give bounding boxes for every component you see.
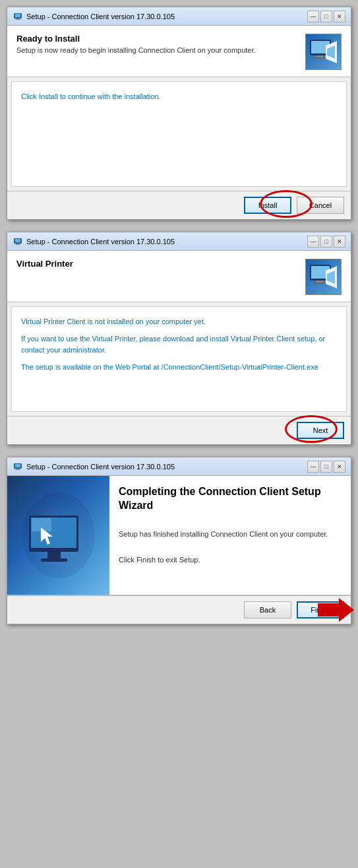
window2-title: Setup - Connection Client version 17.30.… [26, 238, 175, 246]
titlebar-controls-2: — □ ✕ [307, 236, 345, 248]
window3-titlebar: Setup - Connection Client version 17.30.… [7, 457, 351, 476]
window1-frame: Setup - Connection Client version 17.30.… [7, 7, 351, 220]
window3-body2: Click Finish to exit Setup. [119, 554, 342, 566]
window2-header: Virtual Printer [7, 251, 351, 302]
svg-rect-1 [15, 14, 20, 17]
titlebar-controls-3: — □ ✕ [307, 461, 345, 473]
titlebar-controls: — □ ✕ [307, 11, 345, 22]
svg-rect-29 [41, 558, 67, 562]
titlebar-left-2: Setup - Connection Client version 17.30.… [13, 236, 175, 247]
window1-install-text: Click Install to continue with the insta… [21, 92, 161, 100]
header-text: Ready to Install Setup is now ready to b… [16, 34, 256, 55]
svg-rect-23 [15, 469, 20, 470]
cancel-button[interactable]: Cancel [297, 197, 344, 214]
window3-header: Completing the Connection Client Setup W… [7, 476, 351, 595]
window3-header-title: Completing the Connection Client Setup W… [119, 485, 342, 513]
window3-text-area: Completing the Connection Client Setup W… [109, 476, 351, 595]
close-btn-3[interactable]: ✕ [334, 461, 345, 473]
window3: Setup - Connection Client version 17.30.… [7, 457, 351, 624]
maximize-btn[interactable]: □ [320, 11, 332, 22]
window2-divider [7, 302, 351, 302]
svg-rect-17 [314, 283, 326, 284]
window1-content: Click Install to continue with the insta… [11, 81, 347, 187]
minimize-btn-3[interactable]: — [307, 461, 319, 473]
app-icon-2 [13, 236, 23, 247]
svg-rect-13 [15, 244, 20, 245]
window1-header-subtitle: Setup is now ready to begin installing C… [16, 46, 256, 55]
svg-rect-6 [316, 55, 323, 57]
maximize-btn-2[interactable]: □ [320, 236, 332, 248]
window3-title: Setup - Connection Client version 17.30.… [26, 463, 175, 471]
virtual-printer-line2: If you want to use the Virtual Printer, … [21, 333, 337, 356]
window2-footer: Next [7, 416, 351, 444]
close-btn[interactable]: ✕ [334, 11, 345, 22]
svg-rect-3 [15, 19, 20, 20]
svg-rect-28 [47, 552, 61, 558]
window1-titlebar: Setup - Connection Client version 17.30.… [7, 7, 351, 26]
minimize-btn-2[interactable]: — [307, 236, 319, 248]
svg-rect-16 [316, 281, 323, 283]
window3-image [7, 476, 109, 595]
window3-footer: Back Finish [7, 595, 351, 624]
window1-footer: Install Cancel [7, 191, 351, 219]
svg-rect-12 [16, 244, 20, 244]
titlebar-left-3: Setup - Connection Client version 17.30.… [13, 461, 175, 472]
next-button[interactable]: Next [297, 422, 344, 439]
window2-titlebar: Setup - Connection Client version 17.30.… [7, 232, 351, 251]
window2-frame: Setup - Connection Client version 17.30.… [7, 232, 351, 445]
app-icon-3 [13, 461, 23, 472]
window1-title: Setup - Connection Client version 17.30.… [26, 13, 175, 20]
svg-rect-2 [16, 18, 20, 19]
virtual-printer-line1: Virtual Printer Client is not installed … [21, 316, 337, 328]
window3-frame: Setup - Connection Client version 17.30.… [7, 457, 351, 624]
install-button[interactable]: Install [244, 197, 291, 214]
window2-header-title: Virtual Printer [16, 259, 73, 269]
svg-rect-22 [16, 469, 20, 469]
svg-rect-7 [314, 57, 326, 59]
svg-rect-11 [15, 239, 20, 242]
header-text-2: Virtual Printer [16, 259, 73, 269]
window1-header-icon [305, 34, 342, 70]
window2: Setup - Connection Client version 17.30.… [7, 232, 351, 445]
titlebar-left: Setup - Connection Client version 17.30.… [13, 11, 175, 22]
back-button[interactable]: Back [244, 601, 291, 618]
window2-header-icon [305, 259, 342, 295]
virtual-printer-line3: The setup is available on the Web Portal… [21, 362, 337, 374]
window1: Setup - Connection Client version 17.30.… [7, 7, 351, 220]
window1-header-title: Ready to Install [16, 34, 256, 44]
window3-body1: Setup has finished installing Connection… [119, 529, 342, 541]
window1-header: Ready to Install Setup is now ready to b… [7, 26, 351, 77]
close-btn-2[interactable]: ✕ [334, 236, 345, 248]
minimize-btn[interactable]: — [307, 11, 319, 22]
finish-button[interactable]: Finish [297, 601, 344, 618]
maximize-btn-3[interactable]: □ [320, 461, 332, 473]
window2-content: Virtual Printer Client is not installed … [11, 306, 347, 412]
svg-rect-21 [15, 464, 20, 467]
window1-divider [7, 77, 351, 77]
app-icon [13, 11, 23, 22]
